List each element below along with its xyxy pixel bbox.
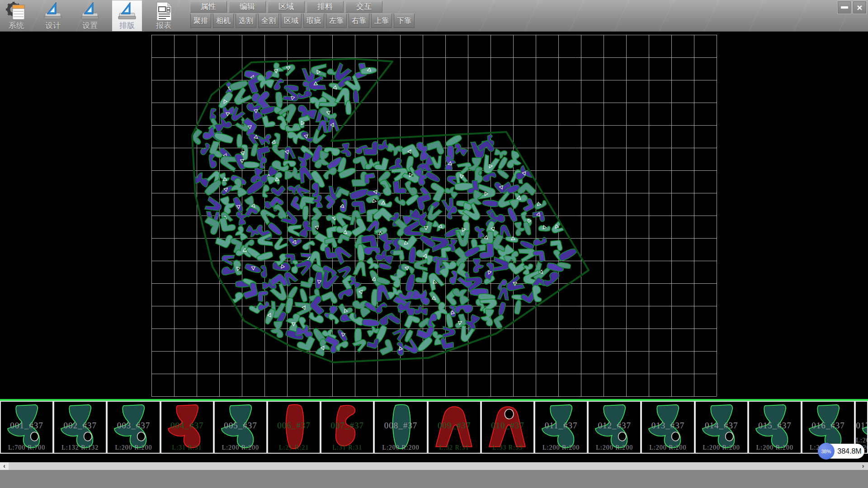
tool-button-上靠[interactable]: 上靠 xyxy=(371,14,392,28)
piece-shape xyxy=(483,403,532,452)
piece-thumbnail-strip: 001_#37L:700 R:700002_#37L:132 R:132003_… xyxy=(0,401,868,454)
mode-button-报表[interactable]: 报表 xyxy=(149,0,179,31)
tool-button-聚排[interactable]: 聚排 xyxy=(190,14,211,28)
mode-button-label: 设计 xyxy=(45,21,61,30)
thumbnail-011_#37[interactable]: 011_#37L:200 R:200 xyxy=(534,401,588,454)
thumbnail-003_#37[interactable]: 003_#37L:200 R:200 xyxy=(107,401,160,454)
thumbnail-002_#37[interactable]: 002_#37L:132 R:132 xyxy=(53,401,107,454)
tool-button-右靠[interactable]: 右靠 xyxy=(349,14,369,28)
tool-button-瑕疵[interactable]: 瑕疵 xyxy=(303,14,324,28)
mode-button-label: 系统 xyxy=(9,21,24,30)
piece-shape xyxy=(323,403,372,452)
piece-shape xyxy=(590,403,639,452)
piece-shape xyxy=(697,403,746,452)
mode-button-label: 排版 xyxy=(119,21,135,30)
piece-shape xyxy=(430,403,479,452)
tool-button-左靠[interactable]: 左靠 xyxy=(326,14,347,28)
application-window: 系统设计设置排版报表 属性编辑区域排料交互 聚排相机选割全割区域瑕疵左靠右靠上靠… xyxy=(0,0,868,488)
menu-row: 属性编辑区域排料交互 xyxy=(190,1,382,13)
tool-button-区域[interactable]: 区域 xyxy=(281,14,302,28)
minimize-button[interactable] xyxy=(837,1,851,14)
thumbnail-005_#37[interactable]: 005_#37L:200 R:200 xyxy=(214,401,267,454)
tool-row: 聚排相机选割全割区域瑕疵左靠右靠上靠下靠 xyxy=(190,14,415,28)
horizontal-scrollbar[interactable]: ‹ › xyxy=(0,462,868,470)
tool-button-选割[interactable]: 选割 xyxy=(236,14,256,28)
piece-shape xyxy=(56,403,104,452)
piece-shape xyxy=(643,403,692,452)
thumbnail-013_#37[interactable]: 013_#37L:200 R:200 xyxy=(641,401,694,454)
thumbnail-001_#37[interactable]: 001_#37L:700 R:700 xyxy=(0,401,53,454)
piece-shape xyxy=(2,403,51,452)
menu-button-排料[interactable]: 排料 xyxy=(307,1,344,13)
close-button[interactable]: × xyxy=(853,1,867,14)
menu-button-编辑[interactable]: 编辑 xyxy=(229,1,266,13)
thumbnail-012_#37[interactable]: 012_#37L:200 R:200 xyxy=(588,401,641,454)
settings-icon xyxy=(80,1,100,21)
thumbnail-006_#37[interactable]: 006_#37L:21 R:21 xyxy=(267,401,321,454)
thumbnail-014_#37[interactable]: 014_#37L:200 R:200 xyxy=(695,401,748,454)
design-icon xyxy=(42,1,63,21)
status-band xyxy=(0,470,868,488)
piece-shape xyxy=(216,403,265,452)
scroll-right-arrow[interactable]: › xyxy=(859,462,867,470)
nesting-icon xyxy=(117,1,137,21)
mode-button-设置[interactable]: 设置 xyxy=(75,0,105,31)
minimize-icon xyxy=(841,6,848,9)
ribbon-bar: 系统设计设置排版报表 属性编辑区域排料交互 聚排相机选割全割区域瑕疵左靠右靠上靠… xyxy=(0,0,868,32)
menu-button-交互[interactable]: 交互 xyxy=(345,1,382,13)
close-icon: × xyxy=(857,3,862,12)
scroll-left-arrow[interactable]: ‹ xyxy=(0,462,9,470)
piece-shape xyxy=(537,403,585,452)
memory-usage-label: 384.8M xyxy=(837,447,862,455)
mode-button-排版[interactable]: 排版 xyxy=(112,0,142,31)
nesting-canvas[interactable] xyxy=(0,32,868,399)
tool-button-全割[interactable]: 全割 xyxy=(258,14,279,28)
piece-shape xyxy=(750,403,799,452)
piece-shape xyxy=(376,403,425,452)
menu-button-属性[interactable]: 属性 xyxy=(190,1,227,13)
piece-shape xyxy=(269,403,318,452)
thumbnail-015_#37[interactable]: 015_#37L:200 R:200 xyxy=(748,401,802,454)
mode-button-label: 设置 xyxy=(82,21,98,30)
piece-shape xyxy=(109,403,158,452)
notepad xyxy=(13,5,24,19)
piece-shape xyxy=(163,403,212,452)
mode-button-系统[interactable]: 系统 xyxy=(1,0,31,31)
mode-button-label: 报表 xyxy=(156,21,171,30)
thumbnail-008_#37[interactable]: 008_#37L:200 R:200 xyxy=(374,401,427,454)
system-icon xyxy=(6,1,27,21)
report-icon xyxy=(153,1,174,21)
memory-badge: 38% 384.8M xyxy=(819,444,864,459)
memory-percent-badge: 38% xyxy=(818,443,835,460)
menu-button-区域[interactable]: 区域 xyxy=(268,1,305,13)
thumbnail-004_#37[interactable]: 004_#37L:31 R:31 xyxy=(160,401,214,454)
tool-button-下靠[interactable]: 下靠 xyxy=(394,14,415,28)
strip-gap xyxy=(0,454,868,462)
thumbnail-007_#37[interactable]: 007_#37L:31 R:31 xyxy=(321,401,374,454)
thumbnail-010_#37[interactable]: 010_#37L:33 R:33 xyxy=(481,401,534,454)
mode-button-设计[interactable]: 设计 xyxy=(38,0,68,31)
thumbnail-009_#37[interactable]: 009_#37L:32 R:31 xyxy=(428,401,481,454)
tool-button-相机[interactable]: 相机 xyxy=(213,14,234,28)
